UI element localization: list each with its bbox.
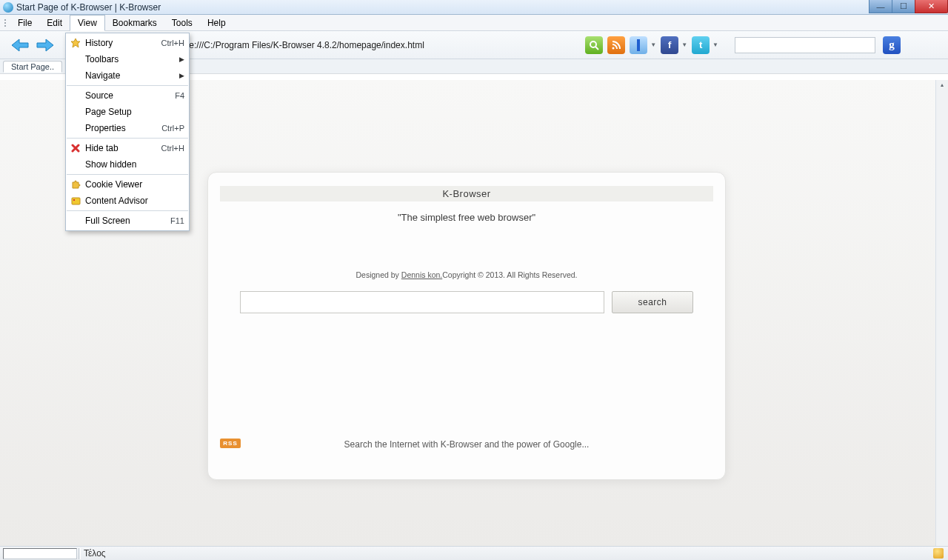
address-text: ile:///C:/Program Files/K-Browser 4.8.2/… [185,40,424,50]
shield-icon[interactable] [933,548,944,559]
forward-button[interactable] [34,37,56,53]
app-icon [3,2,13,13]
menu-item-full-screen[interactable]: Full Screen F11 [66,213,189,229]
svg-marker-0 [12,39,28,51]
status-text: Τέλος [84,548,106,559]
facebook-icon[interactable]: f [661,36,678,54]
menu-item-cookie-viewer[interactable]: Cookie Viewer [66,176,189,193]
menu-separator [67,85,188,86]
menu-separator [67,138,188,139]
svg-rect-8 [72,198,80,204]
back-button[interactable] [9,37,31,53]
bookmark-icon[interactable] [630,36,647,54]
window-controls: — ☐ ✕ [869,0,948,13]
star-icon [69,37,82,49]
menu-file[interactable]: File [10,15,39,30]
scroll-up-icon[interactable]: ▴ [938,81,947,90]
address-bar[interactable]: ile:///C:/Program Files/K-Browser 4.8.2/… [185,37,424,53]
menu-item-show-hidden[interactable]: Show hidden [66,156,189,173]
menu-item-hide-tab[interactable]: Hide tab Ctrl+H [66,140,189,156]
homepage-search-button[interactable]: search [612,291,693,313]
menu-separator [67,174,188,175]
search-icon[interactable] [585,36,603,54]
homepage-footer-text: Search the Internet with K-Browser and t… [208,439,725,450]
menu-edit[interactable]: Edit [39,15,70,30]
close-button[interactable]: ✕ [915,0,948,13]
x-red-icon [69,142,82,154]
homepage-card: K-Browser "The simplest free web browser… [207,172,726,480]
tab-label: Start Page.. [11,62,54,71]
status-separator [79,548,81,559]
statusbar: Τέλος [0,546,948,560]
homepage-tagline: "The simplest free web browser" [220,212,713,223]
submenu-arrow-icon: ▶ [179,56,184,63]
svg-marker-5 [71,39,80,47]
svg-rect-9 [73,199,75,201]
menu-item-toolbars[interactable]: Toolbars ▶ [66,51,189,67]
menubar-grip[interactable] [4,15,7,30]
puzzle-icon [69,179,82,190]
menu-item-page-setup[interactable]: Page Setup [66,104,189,120]
homepage-search-row: search [220,291,713,313]
author-link[interactable]: Dennis kon. [401,270,442,279]
homepage-search-input[interactable] [240,291,604,313]
view-dropdown: History Ctrl+H Toolbars ▶ Navigate ▶ Sou… [65,33,190,231]
tab-start-page[interactable]: Start Page.. [3,61,62,73]
minimize-button[interactable]: — [869,0,892,13]
submenu-arrow-icon: ▶ [179,72,184,79]
toolbar-icons: ▼ f ▼ t ▼ [585,36,718,54]
menu-item-content-advisor[interactable]: Content Advisor [66,193,189,209]
maximize-button[interactable]: ☐ [892,0,915,13]
svg-point-4 [612,47,615,49]
window-title: Start Page of K-Browser | K-Browser [16,2,161,13]
menu-bookmarks[interactable]: Bookmarks [105,15,164,30]
menu-tools[interactable]: Tools [164,15,200,30]
menu-help[interactable]: Help [200,15,233,30]
menu-item-navigate[interactable]: Navigate ▶ [66,67,189,84]
window-titlebar: Start Page of K-Browser | K-Browser — ☐ … [0,0,948,15]
menu-view[interactable]: View [70,15,105,31]
twitter-dropdown-caret[interactable]: ▼ [712,41,718,48]
status-progress-panel [3,548,77,559]
homepage-credit: Designed by Dennis kon.Copyright © 2013.… [220,270,713,279]
bookmark-dropdown-caret[interactable]: ▼ [650,41,656,48]
menubar: File Edit View Bookmarks Tools Help [0,15,948,31]
search-field[interactable] [735,37,875,53]
facebook-dropdown-caret[interactable]: ▼ [681,41,687,48]
homepage-title: K-Browser [220,186,713,201]
svg-marker-1 [37,39,53,51]
twitter-icon[interactable]: t [692,36,710,54]
advisor-icon [69,195,82,207]
menu-item-source[interactable]: Source F4 [66,87,189,104]
menu-item-properties[interactable]: Properties Ctrl+P [66,120,189,136]
rss-icon[interactable] [607,36,625,54]
google-search-button[interactable]: g [883,36,901,54]
svg-line-3 [595,47,598,50]
svg-point-2 [590,41,596,47]
menu-separator [67,210,188,211]
menu-item-history[interactable]: History Ctrl+H [66,35,189,51]
